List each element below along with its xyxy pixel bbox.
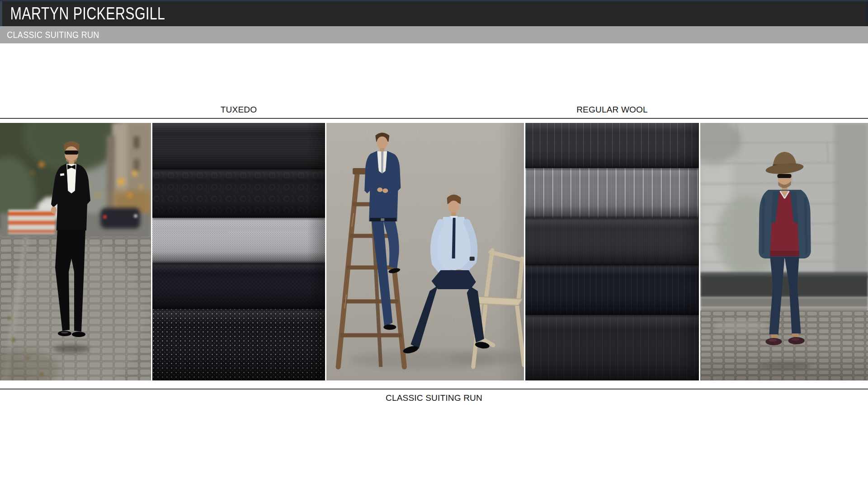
title-bar: MARTYN PICKERSGILL: [0, 1, 868, 26]
divider-top: [0, 118, 868, 119]
subtitle: CLASSIC SUITING RUN: [0, 30, 99, 40]
photo-wool-fabric-stack: [525, 123, 699, 380]
subtitle-bar: CLASSIC SUITING RUN: [0, 26, 868, 43]
photo-gallery: [0, 123, 868, 380]
divider-bottom: [0, 389, 868, 389]
photo-tuxedo-fabric-stack: [152, 123, 325, 380]
photo-two-men-studio: [326, 123, 524, 380]
photo-blue-suit-street: [700, 123, 868, 380]
gallery-caption: CLASSIC SUITING RUN: [0, 392, 868, 404]
presentation-slide: MARTYN PICKERSGILL CLASSIC SUITING RUN T…: [0, 0, 868, 488]
column-label-regular-wool: REGULAR WOOL: [525, 104, 699, 115]
photo-tuxedo-street: [0, 123, 151, 380]
presentation-title: MARTYN PICKERSGILL: [2, 4, 165, 23]
column-label-tuxedo: TUXEDO: [152, 104, 325, 115]
